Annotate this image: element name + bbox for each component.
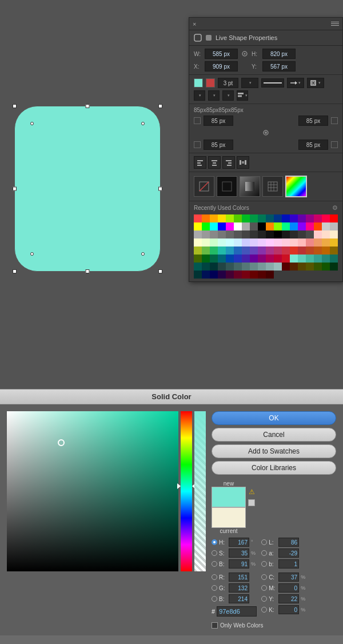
swatch-cell[interactable] (234, 271, 242, 279)
m-radio[interactable] (261, 585, 267, 591)
swatch-cell[interactable] (250, 230, 258, 238)
swatch-cell[interactable] (266, 230, 274, 238)
swatch-cell[interactable] (242, 222, 250, 230)
swatch-cell[interactable] (226, 222, 234, 230)
swatch-cell[interactable] (274, 222, 282, 230)
swatch-cell[interactable] (194, 247, 202, 255)
align-right-icon[interactable] (222, 156, 235, 169)
swatch-cell[interactable] (258, 214, 266, 222)
swatch-cell[interactable] (322, 222, 330, 230)
handle-tl[interactable] (13, 104, 17, 108)
align-center-icon[interactable] (208, 156, 221, 169)
hex-input[interactable]: 97e8d6 (217, 606, 257, 617)
swatch-cell[interactable] (194, 271, 202, 279)
h-input[interactable]: 167 (229, 538, 249, 547)
swatch-cell[interactable] (258, 230, 266, 238)
handle-mr[interactable] (158, 187, 162, 191)
corner-tr-input[interactable]: 85 px (298, 116, 328, 126)
stroke-end-dropdown[interactable] (287, 78, 304, 88)
swatch-cell[interactable] (242, 238, 250, 247)
swatch-cell[interactable] (250, 222, 258, 230)
handle-tm[interactable] (85, 104, 89, 108)
swatch-cell[interactable] (250, 214, 258, 222)
m-input[interactable]: 0 (278, 583, 299, 593)
swatch-cell[interactable] (218, 263, 226, 271)
corner-bl-input[interactable]: 85 px (204, 140, 233, 150)
swatch-cell[interactable] (274, 255, 282, 263)
stroke-color-swatch[interactable] (206, 78, 215, 88)
swatch-cell[interactable] (322, 238, 330, 247)
b2-input[interactable]: 214 (229, 594, 249, 603)
swatch-cell[interactable] (274, 214, 282, 222)
add-to-swatches-button[interactable]: Add to Swatches (212, 444, 336, 458)
swatch-cell[interactable] (322, 263, 330, 271)
corner-br-checkbox[interactable] (331, 141, 338, 148)
swatch-cell[interactable] (226, 255, 234, 263)
swatch-cell[interactable] (242, 255, 250, 263)
swatch-cell[interactable] (306, 222, 314, 230)
swatch-cell[interactable] (226, 214, 234, 222)
stroke-dropdown[interactable] (241, 78, 258, 88)
swatch-cell[interactable] (314, 247, 322, 255)
stroke-thickness-input[interactable]: 3 pt (218, 78, 238, 88)
swatch-cell[interactable] (282, 222, 290, 230)
swatch-cell[interactable] (218, 255, 226, 263)
c-input[interactable]: 37 (278, 573, 299, 582)
swatch-cell[interactable] (194, 214, 202, 222)
swatch-cell[interactable] (290, 238, 298, 247)
swatch-cell[interactable] (234, 222, 242, 230)
swatch-cell[interactable] (306, 238, 314, 247)
l-input[interactable]: 86 (278, 538, 299, 547)
s-input[interactable]: 35 (229, 548, 249, 558)
swatch-cell[interactable] (258, 263, 266, 271)
swatch-cell[interactable] (218, 222, 226, 230)
swatch-cell[interactable] (218, 214, 226, 222)
stroke-join-dropdown[interactable] (307, 78, 324, 88)
swatch-cell[interactable] (282, 263, 290, 271)
swatch-cell[interactable] (234, 214, 242, 222)
swatch-cell[interactable] (282, 247, 290, 255)
swatch-cell[interactable] (282, 214, 290, 222)
swatch-cell[interactable] (226, 263, 234, 271)
align-left-icon[interactable] (194, 156, 206, 169)
swatch-cell[interactable] (194, 263, 202, 271)
height-input[interactable]: 820 px (262, 49, 296, 59)
pattern-fill-btn[interactable] (262, 176, 283, 197)
swatch-cell[interactable] (202, 271, 210, 279)
swatch-cell[interactable] (322, 214, 330, 222)
distribute-h-icon[interactable] (237, 156, 249, 169)
y-radio[interactable] (261, 596, 267, 602)
width-input[interactable]: 585 px (205, 49, 238, 59)
g-input[interactable]: 132 (229, 583, 249, 593)
swatch-cell[interactable] (330, 230, 338, 238)
swatch-cell[interactable] (330, 263, 338, 271)
swatch-cell[interactable] (290, 230, 298, 238)
swatch-cell[interactable] (322, 230, 330, 238)
swatch-cell[interactable] (314, 255, 322, 263)
swatch-cell[interactable] (314, 230, 322, 238)
corner-handle-tr[interactable] (141, 122, 145, 125)
k-radio[interactable] (261, 607, 267, 613)
swatch-cell[interactable] (242, 271, 250, 279)
swatch-cell[interactable] (226, 271, 234, 279)
g-radio[interactable] (212, 585, 217, 591)
s-radio[interactable] (212, 550, 217, 556)
swatch-cell[interactable] (298, 214, 306, 222)
swatch-cell[interactable] (330, 238, 338, 247)
h-radio[interactable] (212, 539, 217, 545)
b3-radio[interactable] (261, 561, 267, 567)
swatch-cell[interactable] (330, 247, 338, 255)
blend-mode-dropdown[interactable] (194, 90, 205, 101)
swatch-cell[interactable] (266, 247, 274, 255)
swatch-cell[interactable] (282, 238, 290, 247)
swatch-cell[interactable] (330, 222, 338, 230)
swatch-cell[interactable] (202, 263, 210, 271)
swatch-cell[interactable] (314, 214, 322, 222)
corner-handle-tl[interactable] (30, 122, 34, 125)
swatch-cell[interactable] (242, 247, 250, 255)
corner-tl-checkbox[interactable] (194, 117, 201, 124)
swatch-cell[interactable] (250, 271, 258, 279)
swatch-cell[interactable] (210, 238, 218, 247)
x-input[interactable]: 909 px (205, 61, 238, 71)
swatch-cell[interactable] (330, 255, 338, 263)
